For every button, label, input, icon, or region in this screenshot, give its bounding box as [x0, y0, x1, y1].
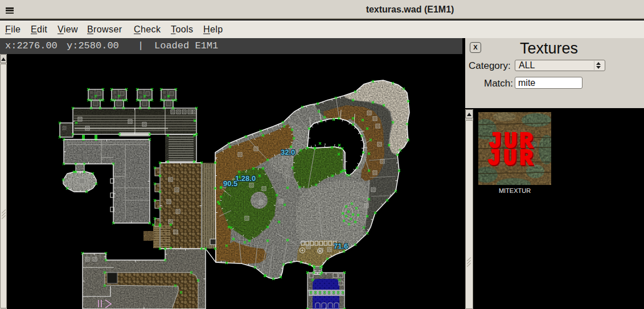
svg-text:71.6: 71.6 — [334, 242, 348, 250]
svg-text:JUR: JUR — [487, 146, 539, 171]
svg-text:1.28.0: 1.28.0 — [235, 174, 256, 183]
svg-text:32.0: 32.0 — [281, 148, 295, 156]
svg-text:90.5: 90.5 — [223, 179, 237, 188]
